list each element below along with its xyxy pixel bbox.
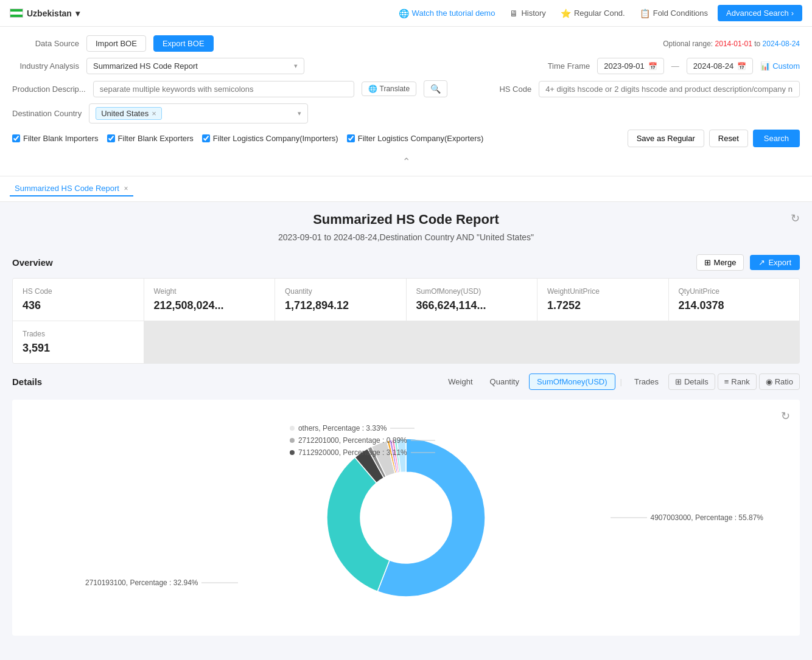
industry-value: Summarized HS Code Report [93,61,198,71]
filter-blank-importers[interactable]: Filter Blank Importers [12,134,99,143]
chevron-down-icon-2: ▾ [298,109,301,117]
details-tab-rank[interactable]: ≡Rank [718,373,757,390]
details-tab-sumofmoney-usd-[interactable]: SumOfMoney(USD) [529,373,615,390]
history-link[interactable]: 🖥 History [505,9,550,18]
filter-logistics-importers[interactable]: Filter Logistics Company(Importers) [202,134,338,143]
chart-top-labels: others, Percentage : 3.33% 2712201000, P… [290,424,435,457]
tutorial-link[interactable]: 🌐 Watch the tutorial demo [394,9,500,18]
custom-icon: 📊 [760,61,770,71]
top-nav: Uzbekistan ▾ 🌐 Watch the tutorial demo 🖥… [0,0,812,27]
time-frame-from-value: 2023-09-01 [604,61,645,71]
chart-refresh-icon[interactable]: ↻ [781,409,790,423]
time-frame-label: Time Frame [523,61,590,71]
optional-range: Optional range: 2014-01-01 to 2024-08-24 [663,40,800,48]
tab-row: Summarized HS Code Report × [0,176,812,202]
regular-cond-label: Regular Cond. [574,9,625,18]
stat-label-6: Trades [23,330,134,338]
production-row: Production Descrip... 🌐 Translate 🔍 HS C… [12,80,800,97]
custom-button[interactable]: 📊 Custom [760,61,800,71]
stat-card-3: SumOfMoney(USD) 366,624,114... [407,279,537,321]
uzbekistan-flag [10,9,23,18]
fold-cond-label: Fold Conditions [653,9,708,18]
chart-top-label-item: 7112920000, Percentage : 3.11% [290,448,435,457]
stat-value-2: 1,712,894.12 [285,299,396,312]
stat-label-2: Quantity [285,287,396,296]
destination-country-label: Destination Country [12,109,82,118]
stat-card-0: HS Code 436 [13,279,144,321]
stat-card-2: Quantity 1,712,894.12 [275,279,406,321]
advanced-search-button[interactable]: Advanced Search › [718,5,802,21]
stat-label-4: WeightUnitPrice [547,287,659,296]
stat-card-1: Weight 212,508,024... [144,279,275,321]
details-icon: ⊞ [675,377,682,386]
stat-card-6: Trades 3,591 [13,321,144,363]
stat-label-1: Weight [154,287,265,296]
filter-blank-exporters[interactable]: Filter Blank Exporters [107,134,194,143]
chart-right-label: 4907003000, Percentage : 55.87% [611,513,763,522]
destination-country-select[interactable]: United States × ▾ [89,103,308,123]
details-tab-quantity[interactable]: Quantity [483,374,527,389]
refresh-icon[interactable]: ↻ [791,212,800,225]
industry-analysis-label: Industry Analysis [12,61,79,71]
details-tab-ratio[interactable]: ◉Ratio [759,373,800,390]
regular-cond-link[interactable]: ⭐ Regular Cond. [556,9,630,18]
country-name: Uzbekistan [27,9,72,18]
chevron-down-icon: ▾ [75,9,80,18]
time-frame-to[interactable]: 2024-08-24 📅 [687,58,754,74]
stat-value-4: 1.7252 [547,299,659,312]
stat-value-1: 212,508,024... [154,299,265,312]
report-title: Summarized HS Code Report [12,212,800,228]
stat-value-3: 366,624,114... [416,299,528,312]
save-as-regular-button[interactable]: Save as Regular [628,130,704,147]
tutorial-label: Watch the tutorial demo [412,9,495,18]
chart-top-label-item: others, Percentage : 3.33% [290,424,435,432]
industry-select[interactable]: Summarized HS Code Report ▾ [86,58,304,74]
export-icon: ↗ [758,258,765,267]
import-boe-tab[interactable]: Import BOE [86,35,146,52]
history-label: History [521,9,545,18]
details-tab-details[interactable]: ⊞Details [668,373,715,390]
reset-button[interactable]: Reset [709,130,748,147]
active-tab[interactable]: Summarized HS Code Report × [10,181,133,196]
stat-label-5: QtyUnitPrice [679,287,790,296]
time-frame-to-value: 2024-08-24 [693,61,734,71]
data-source-row: Data Source Import BOE Export BOE Option… [12,35,800,52]
tab-close-icon[interactable]: × [124,184,128,193]
date-to: 2024-08-24 [763,40,800,48]
filters-row: Filter Blank Importers Filter Blank Expo… [12,130,800,147]
details-tab-trades[interactable]: Trades [627,374,666,389]
details-header: Details WeightQuantitySumOfMoney(USD)|Tr… [12,373,800,390]
action-buttons: Save as Regular Reset Search [628,130,800,147]
country-selector[interactable]: Uzbekistan ▾ [10,9,80,18]
hs-code-input[interactable] [539,81,800,97]
dest-tag-close-icon[interactable]: × [152,109,156,118]
stats-row: HS Code 436Weight 212,508,024...Quantity… [12,278,800,364]
export-boe-tab[interactable]: Export BOE [153,35,214,52]
details-tab-weight[interactable]: Weight [441,374,480,389]
advanced-search-label: Advanced Search [726,9,789,18]
arrow-right-icon: › [791,9,794,18]
production-desc-input[interactable] [93,81,354,97]
star-icon: ⭐ [561,9,571,18]
filter-logistics-exporters[interactable]: Filter Logistics Company(Exporters) [347,134,484,143]
search-panel: Data Source Import BOE Export BOE Option… [0,27,812,176]
fold-cond-link[interactable]: 📋 Fold Conditions [635,9,713,18]
translate-button[interactable]: 🌐 Translate [362,82,417,96]
destination-row: Destination Country United States × ▾ [12,103,800,123]
collapse-toggle[interactable]: ⌃ [12,153,800,170]
rank-icon: ≡ [724,377,729,386]
merge-icon: ⊞ [704,258,711,267]
overview-label: Overview [12,257,53,268]
search-button[interactable]: Search [753,130,800,147]
ratio-icon: ◉ [766,377,772,386]
stat-label-0: HS Code [23,287,134,296]
time-frame-from[interactable]: 2023-09-01 📅 [597,58,664,74]
export-button[interactable]: ↗ Export [750,255,800,270]
chart-top-label-item: 2712201000, Percentage : 0.89% [290,436,435,445]
search-lookup-icon[interactable]: 🔍 [424,80,447,97]
merge-button[interactable]: ⊞ Merge [696,254,744,271]
history-icon: 🖥 [509,9,518,18]
data-source-label: Data Source [12,39,79,48]
overview-header: Overview ⊞ Merge ↗ Export [12,254,800,271]
hs-code-label: HS Code [464,85,531,94]
